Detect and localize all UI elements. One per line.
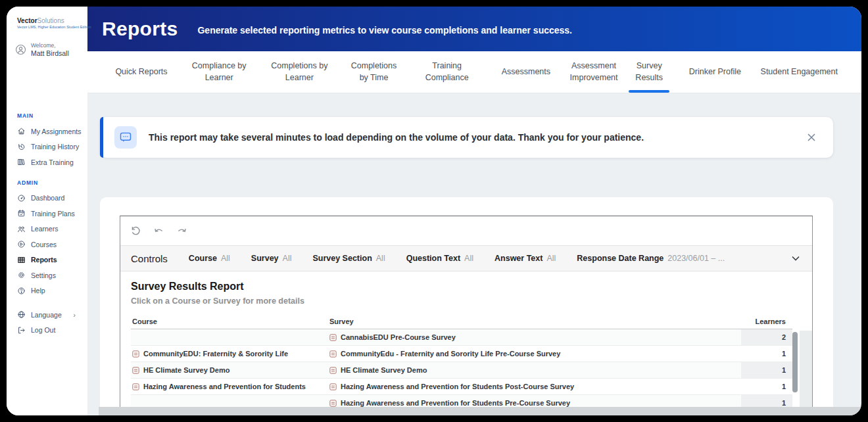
- close-icon[interactable]: [806, 131, 817, 143]
- play-circle-icon: [17, 240, 26, 248]
- survey-name: HE Climate Survey Demo: [341, 366, 427, 374]
- sidebar-item-dashboard[interactable]: Dashboard: [7, 191, 87, 206]
- home-icon: [17, 127, 26, 135]
- vertical-scrollbar-thumb[interactable]: [792, 332, 798, 392]
- tab-label: Quick Reports: [115, 66, 167, 78]
- sidebar-item-settings[interactable]: Settings: [7, 268, 87, 283]
- tab[interactable]: Student Engagement: [761, 51, 838, 93]
- sidebar-item-training-plans[interactable]: Training Plans: [7, 206, 87, 222]
- sidebar-item-label: Settings: [31, 271, 56, 279]
- filter-label: Survey: [251, 254, 279, 263]
- survey-results-table: Course Survey Learners: [131, 314, 792, 411]
- app-window: VectorSolutions Vector LMS, Higher Educa…: [7, 7, 861, 415]
- filter[interactable]: Answer TextAll: [494, 254, 556, 263]
- horizontal-scrollbar[interactable]: [99, 407, 861, 415]
- sidebar-item-label: Extra Training: [31, 158, 74, 166]
- sidebar-item-log-out[interactable]: Log Out: [7, 323, 87, 339]
- learners-count: 1: [782, 366, 786, 374]
- collapse-box-icon[interactable]: [329, 367, 337, 374]
- calendar-icon: [17, 209, 26, 218]
- tab[interactable]: Assessments: [493, 51, 559, 93]
- filter[interactable]: Survey SectionAll: [312, 254, 385, 263]
- course-name: HE Climate Survey Demo: [143, 366, 229, 374]
- course-cell[interactable]: [131, 329, 328, 345]
- table-row: HE Climate Survey Demo: [131, 362, 792, 379]
- logo-tagline: Vector LMS, Higher Education Student Edi…: [17, 25, 91, 29]
- sidebar-item-extra-training[interactable]: Extra Training: [7, 154, 87, 170]
- course-cell[interactable]: HE Climate Survey Demo: [131, 362, 328, 378]
- learners-cell: 1: [741, 362, 792, 378]
- sidebar-item-label: Language: [31, 311, 62, 319]
- filter[interactable]: Question TextAll: [406, 254, 473, 263]
- table-row: Hazing Awareness and Prevention for Stud…: [131, 379, 792, 395]
- scrollbar-track: [800, 331, 812, 415]
- undo-icon[interactable]: [153, 225, 164, 237]
- page-header: Reports Generate selected reporting metr…: [87, 7, 861, 51]
- gear-icon: [17, 271, 26, 279]
- sidebar-section-label: ADMIN: [7, 179, 87, 191]
- survey-name: Hazing Awareness and Prevention for Stud…: [341, 383, 574, 390]
- tab-label: Completions by Learner: [266, 60, 332, 83]
- survey-cell[interactable]: CannabisEDU Pre-Course Survey: [328, 329, 741, 345]
- filter-label: Course: [189, 254, 217, 263]
- column-header-learners: Learners: [741, 314, 792, 329]
- sidebar-item-label: Learners: [31, 225, 58, 233]
- tab[interactable]: Drinker Profile: [684, 51, 746, 93]
- sidebar-item-reports[interactable]: Reports: [7, 252, 87, 268]
- tab[interactable]: Quick Reports: [111, 51, 172, 93]
- sidebar-item-language[interactable]: Language›: [7, 307, 87, 323]
- sidebar-item-learners[interactable]: Learners: [7, 222, 87, 237]
- filter[interactable]: CourseAll: [189, 254, 230, 263]
- sidebar-item-label: Reports: [31, 256, 57, 264]
- grid-icon: [17, 256, 26, 264]
- survey-cell[interactable]: HE Climate Survey Demo: [328, 362, 741, 378]
- sidebar-item-courses[interactable]: Courses: [7, 237, 87, 252]
- learners-count: 1: [782, 350, 786, 358]
- tab-label: Training Compliance: [416, 60, 479, 83]
- tab[interactable]: Training Compliance: [416, 51, 479, 93]
- collapse-box-icon[interactable]: [132, 367, 139, 374]
- filter-value: All: [464, 254, 473, 263]
- tab[interactable]: Completions by Learner: [266, 51, 332, 93]
- tab[interactable]: Compliance by Learner: [186, 51, 252, 93]
- collapse-box-icon[interactable]: [132, 350, 139, 358]
- chevron-right-icon: ›: [73, 311, 76, 319]
- course-cell[interactable]: Hazing Awareness and Prevention for Stud…: [131, 379, 328, 394]
- report-frame: Controls CourseAll SurveyAll Survey Sect…: [120, 216, 813, 415]
- sidebar: VectorSolutions Vector LMS, Higher Educa…: [7, 7, 87, 415]
- tab[interactable]: Completions by Time: [347, 51, 401, 93]
- filters: CourseAll SurveyAll Survey SectionAll Qu…: [189, 254, 725, 263]
- reset-icon[interactable]: [130, 225, 141, 237]
- collapse-box-icon[interactable]: [329, 400, 337, 407]
- survey-cell[interactable]: Hazing Awareness and Prevention for Stud…: [328, 379, 741, 394]
- collapse-box-icon[interactable]: [132, 383, 139, 390]
- collapse-box-icon[interactable]: [329, 383, 337, 390]
- course-name: CommunityEDU: Fraternity & Sorority Life: [143, 350, 288, 358]
- sidebar-item-my-assignments[interactable]: My Assignments: [7, 124, 87, 139]
- filter[interactable]: Response Date Range2023/06/01 – ...: [577, 254, 725, 263]
- sidebar-item-help[interactable]: Help: [7, 283, 87, 299]
- survey-cell[interactable]: CommunityEdu - Fraternity and Sorority L…: [328, 346, 741, 362]
- question-icon: [17, 287, 26, 295]
- collapse-box-icon[interactable]: [329, 350, 337, 358]
- user-welcome: Welcome, Matt Birdsall: [7, 42, 87, 57]
- tab[interactable]: Assessment Improvement: [573, 51, 614, 93]
- course-cell[interactable]: CommunityEDU: Fraternity & Sorority Life: [131, 346, 328, 362]
- sidebar-item-training-history[interactable]: Training History: [7, 139, 87, 155]
- filter[interactable]: SurveyAll: [251, 254, 292, 263]
- filter-label: Answer Text: [494, 254, 542, 263]
- report-tabs: Quick Reports Compliance by Learner Comp…: [87, 51, 861, 93]
- globe-icon: [17, 310, 26, 319]
- collapse-box-icon[interactable]: [329, 334, 337, 341]
- controls-label: Controls: [131, 253, 168, 264]
- chevron-down-icon[interactable]: [790, 252, 802, 264]
- logo-wordmark: VectorSolutions: [17, 17, 91, 24]
- tab-label: Drinker Profile: [689, 66, 741, 78]
- tab-label: Completions by Time: [347, 60, 401, 83]
- column-header-course: Course: [131, 314, 328, 329]
- course-name: Hazing Awareness and Prevention for Stud…: [143, 383, 306, 390]
- filter-value: All: [546, 254, 556, 263]
- redo-icon[interactable]: [176, 225, 187, 237]
- table-header-row: Course Survey Learners: [131, 314, 792, 329]
- tab[interactable]: Survey Results: [629, 51, 669, 93]
